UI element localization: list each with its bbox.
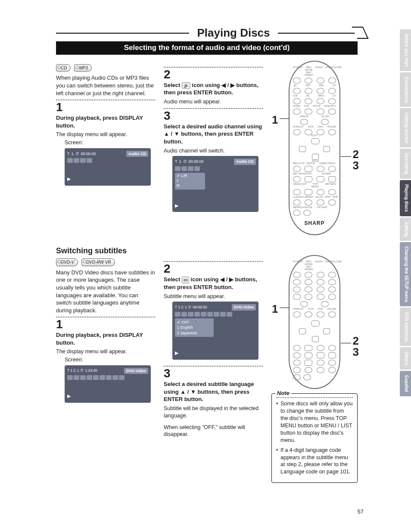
num-2[interactable] — [305, 279, 312, 285]
pause-button[interactable] — [328, 311, 336, 317]
topmenu-button[interactable] — [305, 189, 312, 195]
timerprog-button[interactable] — [328, 345, 336, 351]
stop-button[interactable] — [312, 154, 319, 160]
recmode-button[interactable] — [305, 78, 312, 84]
num-6[interactable] — [317, 98, 324, 104]
tab-recording[interactable]: Recording — [400, 149, 411, 178]
enter-button[interactable] — [317, 352, 324, 358]
slow-button[interactable] — [321, 119, 329, 125]
tab-vcr-functions[interactable]: VCR functions — [400, 308, 411, 346]
num-3[interactable] — [317, 279, 324, 285]
ch-up[interactable] — [328, 279, 336, 285]
pause-button[interactable] — [328, 129, 336, 135]
setup-button[interactable] — [305, 166, 312, 172]
left-button[interactable] — [305, 352, 312, 358]
num-8[interactable] — [305, 294, 312, 300]
zoom-button[interactable] — [305, 367, 312, 373]
play-button[interactable] — [311, 320, 320, 327]
play-button[interactable] — [311, 138, 320, 144]
ch-up[interactable] — [328, 88, 336, 94]
return-button[interactable] — [328, 360, 336, 366]
audio-button[interactable] — [317, 272, 324, 278]
menulist-button[interactable] — [293, 189, 301, 195]
num-2[interactable] — [305, 88, 312, 94]
videotv-button[interactable] — [328, 294, 336, 300]
audio-button[interactable] — [317, 78, 324, 84]
down-button[interactable] — [317, 189, 324, 195]
num-4[interactable] — [293, 98, 301, 104]
tab-others[interactable]: Others — [400, 347, 411, 370]
power-button[interactable] — [293, 272, 301, 278]
num-7[interactable] — [293, 109, 301, 115]
num-4[interactable] — [293, 286, 301, 292]
up-button[interactable] — [317, 166, 324, 172]
videotv-button[interactable] — [328, 109, 336, 115]
dvd-button[interactable] — [317, 311, 324, 317]
note-item: If a 4-digit language code appears in th… — [276, 447, 353, 476]
num-6[interactable] — [317, 286, 324, 292]
menulist-button[interactable] — [293, 360, 301, 366]
power-button[interactable] — [293, 78, 301, 84]
clear-button[interactable] — [293, 367, 301, 373]
right-button[interactable] — [328, 176, 336, 182]
num-3[interactable] — [317, 88, 324, 94]
enter-button[interactable] — [317, 176, 324, 182]
ff-button[interactable] — [323, 146, 330, 152]
subtitle-menu: ✔ OFF 1 English 2 Japanese — [175, 318, 214, 337]
recmode-button[interactable] — [305, 272, 312, 278]
searchmode-button[interactable] — [293, 374, 301, 380]
rew-button[interactable] — [299, 328, 306, 334]
tab-getting-started[interactable]: Getting started — [400, 108, 411, 147]
zoom-button[interactable] — [305, 199, 312, 205]
num-1[interactable] — [293, 88, 301, 94]
stop-button[interactable] — [312, 336, 319, 342]
rec-button[interactable] — [293, 166, 301, 172]
num-8[interactable] — [305, 109, 312, 115]
searchmode-button[interactable] — [293, 210, 301, 216]
setup-button[interactable] — [305, 345, 312, 351]
clear-button[interactable] — [293, 199, 301, 205]
ch-down[interactable] — [328, 286, 336, 292]
display-button[interactable] — [293, 129, 301, 135]
tab-connections[interactable]: Connections — [400, 72, 411, 107]
ch-down[interactable] — [328, 98, 336, 104]
skip-prev-button[interactable] — [317, 367, 324, 373]
vcr-button[interactable] — [305, 311, 312, 317]
right-button[interactable] — [328, 352, 336, 358]
up-button[interactable] — [317, 345, 324, 351]
num-5[interactable] — [305, 286, 312, 292]
num-5[interactable] — [305, 98, 312, 104]
left-button[interactable] — [305, 176, 312, 182]
openclose-button[interactable] — [328, 272, 336, 278]
timerprog-button[interactable] — [328, 166, 336, 172]
rew-button[interactable] — [299, 146, 306, 152]
tab-espanol[interactable]: Español — [400, 371, 411, 396]
display-button[interactable] — [293, 311, 301, 317]
topmenu-button[interactable] — [305, 360, 312, 366]
dvd-button[interactable] — [317, 129, 324, 135]
tab-before-you-start[interactable]: Before you start — [400, 29, 411, 71]
openclose-button[interactable] — [328, 78, 336, 84]
down-button[interactable] — [317, 360, 324, 366]
skip-prev-button[interactable] — [317, 199, 324, 205]
num-9[interactable] — [317, 294, 324, 300]
skip-next-button[interactable] — [328, 199, 336, 205]
num-0[interactable] — [300, 119, 308, 125]
cmskip-button[interactable] — [303, 210, 311, 216]
rec-button[interactable] — [293, 345, 301, 351]
ff-button[interactable] — [323, 328, 330, 334]
slow-button[interactable] — [321, 301, 329, 307]
tab-changing-setup[interactable]: Changing the SETUP menu — [400, 242, 411, 306]
skip-next-button[interactable] — [328, 367, 336, 373]
tab-playing-discs[interactable]: Playing discs — [400, 180, 411, 216]
cmskip-button[interactable] — [303, 374, 311, 380]
num-0[interactable] — [300, 301, 308, 307]
recmonitor-button[interactable] — [293, 176, 301, 182]
tab-editing[interactable]: Editing — [400, 218, 411, 241]
return-button[interactable] — [328, 189, 336, 195]
note-title: Note — [275, 389, 291, 397]
num-9[interactable] — [317, 109, 324, 115]
num-1[interactable] — [293, 279, 301, 285]
recmonitor-button[interactable] — [293, 352, 301, 358]
num-7[interactable] — [293, 294, 301, 300]
